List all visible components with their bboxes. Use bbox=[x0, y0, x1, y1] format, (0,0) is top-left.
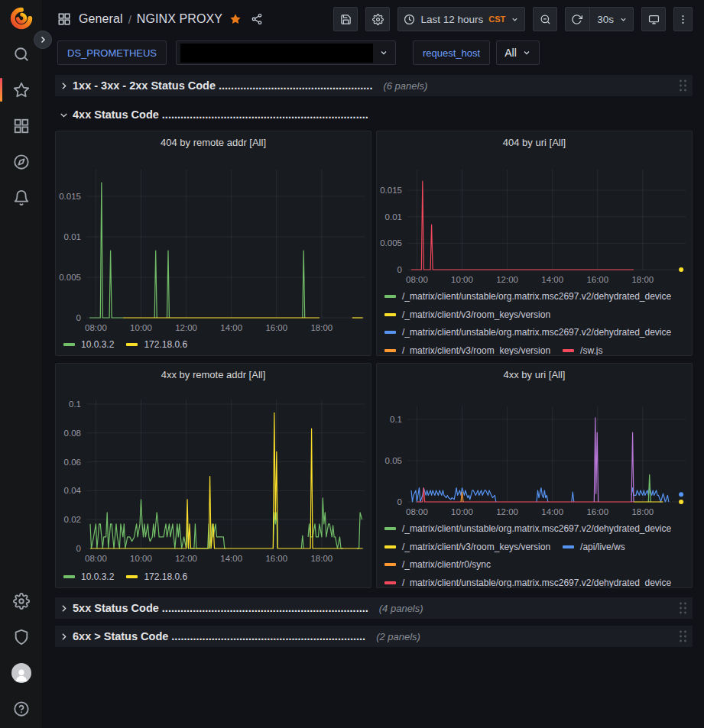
search-icon bbox=[13, 46, 30, 63]
legend-label: /sw.js bbox=[580, 345, 602, 355]
x-axis-label: 16:00 bbox=[586, 275, 608, 284]
favorite-star-icon[interactable] bbox=[229, 13, 242, 25]
variables-bar: DS_PROMETHEUS request_host All bbox=[42, 38, 704, 72]
sidebar-item-configuration[interactable] bbox=[0, 583, 42, 619]
sidebar-expand-button[interactable] bbox=[34, 31, 52, 49]
share-icon[interactable] bbox=[251, 13, 263, 25]
x-axis-label: 12:00 bbox=[496, 275, 518, 284]
legend-label: /_matrix/client/v3/room_keys/version bbox=[402, 345, 550, 355]
row-6xx[interactable]: 6xx > Status Code ......................… bbox=[55, 626, 693, 647]
sidebar-item-profile[interactable] bbox=[0, 655, 42, 691]
x-axis-label: 10:00 bbox=[130, 323, 152, 332]
time-range-picker[interactable]: Last 12 hours CST bbox=[397, 7, 525, 31]
x-axis-label: 10:00 bbox=[451, 275, 473, 284]
sidebar-item-starred[interactable] bbox=[0, 72, 42, 108]
grafana-logo[interactable] bbox=[10, 7, 33, 30]
more-options-button[interactable] bbox=[673, 7, 693, 31]
x-axis-label: 12:00 bbox=[175, 554, 197, 563]
sidebar-item-help[interactable] bbox=[0, 691, 42, 726]
y-axis-label: 0.02 bbox=[64, 515, 81, 524]
row-drag-handle[interactable] bbox=[679, 602, 687, 615]
row-5xx[interactable]: 5xx Status Code ........................… bbox=[55, 597, 693, 619]
sidebar-item-alerting[interactable] bbox=[0, 180, 42, 215]
series-line bbox=[89, 183, 123, 318]
legend-label: /_matrix/client/unstable/org.matrix.msc2… bbox=[402, 523, 671, 534]
row-drag-handle[interactable] bbox=[679, 79, 687, 92]
series-point bbox=[679, 500, 683, 504]
x-axis-label: 16:00 bbox=[586, 507, 608, 516]
request-host-value: All bbox=[504, 47, 517, 59]
breadcrumb-folder[interactable]: General bbox=[79, 12, 123, 26]
legend-item[interactable]: 172.18.0.6 bbox=[126, 571, 187, 583]
x-axis-label: 08:00 bbox=[406, 507, 428, 516]
y-axis-label: 0.015 bbox=[380, 186, 402, 195]
panel-title[interactable]: 404 by uri [All] bbox=[377, 137, 692, 148]
series-line bbox=[154, 251, 157, 318]
legend-item[interactable]: 10.0.3.2 bbox=[63, 571, 114, 583]
cycle-view-mode-button[interactable] bbox=[641, 7, 666, 31]
legend-item[interactable]: /_matrix/client/v3/room_keys/version bbox=[384, 309, 550, 321]
save-icon bbox=[340, 14, 352, 25]
legend-swatch bbox=[384, 527, 396, 530]
dashboard-settings-button[interactable] bbox=[365, 7, 390, 31]
legend-item[interactable]: 10.0.3.2 bbox=[63, 339, 114, 351]
series-line bbox=[303, 251, 305, 318]
row-panel-count: (4 panels) bbox=[379, 603, 423, 614]
legend-item[interactable]: /_matrix/client/unstable/org.matrix.msc2… bbox=[384, 327, 671, 338]
series-line bbox=[572, 492, 574, 502]
legend-label: 10.0.3.2 bbox=[81, 571, 114, 582]
save-dashboard-button[interactable] bbox=[333, 7, 358, 31]
x-axis-label: 08:00 bbox=[406, 275, 428, 284]
legend-label: /_matrix/client/unstable/org.matrix.msc2… bbox=[402, 291, 671, 302]
gear-icon bbox=[13, 593, 30, 610]
x-axis-label: 14:00 bbox=[541, 275, 563, 284]
legend-item[interactable]: /_matrix/client/unstable/org.matrix.msc2… bbox=[384, 578, 671, 588]
panel-title[interactable]: 4xx by uri [All] bbox=[377, 369, 692, 380]
chart-svg: 00.0050.010.01508:0010:0012:0014:0016:00… bbox=[56, 131, 371, 338]
y-axis-label: 0 bbox=[76, 313, 81, 322]
legend-item[interactable]: /_matrix/client/v3/room_keys/version bbox=[384, 345, 550, 356]
legend-label: /_matrix/client/v3/room_keys/version bbox=[402, 542, 550, 552]
variable-request-host-label[interactable]: request_host bbox=[413, 40, 490, 65]
series-line bbox=[411, 181, 634, 270]
row-drag-handle[interactable] bbox=[679, 630, 687, 643]
zoom-out-icon bbox=[540, 14, 551, 25]
legend-item[interactable]: /_matrix/client/v3/room_keys/version bbox=[384, 542, 550, 553]
zoom-out-button[interactable] bbox=[533, 7, 557, 31]
legend-item[interactable]: /_matrix/client/unstable/org.matrix.msc2… bbox=[384, 523, 671, 535]
x-axis-label: 16:00 bbox=[265, 323, 287, 332]
variable-ds-prometheus-select[interactable] bbox=[176, 40, 396, 65]
legend-item[interactable]: 172.18.0.6 bbox=[126, 339, 187, 351]
legend-label: /_matrix/client/unstable/org.matrix.msc2… bbox=[402, 327, 671, 338]
series-line bbox=[301, 535, 303, 548]
sidebar-item-dashboards[interactable] bbox=[0, 108, 42, 144]
sidebar-item-server-admin[interactable] bbox=[0, 619, 42, 655]
dashboard-title[interactable]: NGINX PROXY bbox=[137, 12, 222, 26]
dashboard-topbar: General / NGINX PROXY bbox=[42, 0, 704, 38]
row-1xx-3xx-2xx[interactable]: 1xx - 3xx - 2xx Status Code ............… bbox=[55, 75, 693, 96]
refresh-picker[interactable]: 30s bbox=[565, 7, 634, 31]
variable-request-host-select[interactable]: All bbox=[496, 40, 540, 65]
legend-item[interactable]: /api/live/ws bbox=[563, 542, 625, 553]
refresh-icon bbox=[571, 14, 582, 25]
sidebar-item-explore[interactable] bbox=[0, 144, 42, 180]
sidebar-bottom-group bbox=[0, 583, 42, 728]
x-axis-label: 12:00 bbox=[496, 507, 518, 516]
legend-item[interactable]: /sw.js bbox=[563, 345, 602, 356]
y-axis-label: 0 bbox=[397, 265, 402, 274]
row-title: 4xx Status Code ........................… bbox=[73, 108, 368, 121]
legend-label: 172.18.0.6 bbox=[144, 339, 187, 350]
panel-4xx-by-remote-addr: 4xx by remote addr [All] 00.020.040.060.… bbox=[55, 363, 371, 588]
variable-ds-prometheus-label[interactable]: DS_PROMETHEUS bbox=[57, 40, 167, 65]
legend-item[interactable]: /_matrix/client/unstable/org.matrix.msc2… bbox=[384, 291, 671, 303]
panel-title[interactable]: 404 by remote addr [All] bbox=[56, 137, 371, 148]
kebab-menu-icon bbox=[677, 14, 689, 25]
apps-icon bbox=[57, 12, 71, 26]
y-axis-label: 0.06 bbox=[64, 458, 81, 467]
refresh-interval-label: 30s bbox=[597, 14, 614, 25]
legend-item[interactable]: /_matrix/client/r0/sync bbox=[384, 559, 491, 571]
panel-title[interactable]: 4xx by remote addr [All] bbox=[56, 369, 371, 380]
row-4xx[interactable]: 4xx Status Code ........................… bbox=[55, 104, 693, 125]
legend-label: 10.0.3.2 bbox=[81, 339, 114, 350]
legend-swatch bbox=[126, 343, 138, 346]
